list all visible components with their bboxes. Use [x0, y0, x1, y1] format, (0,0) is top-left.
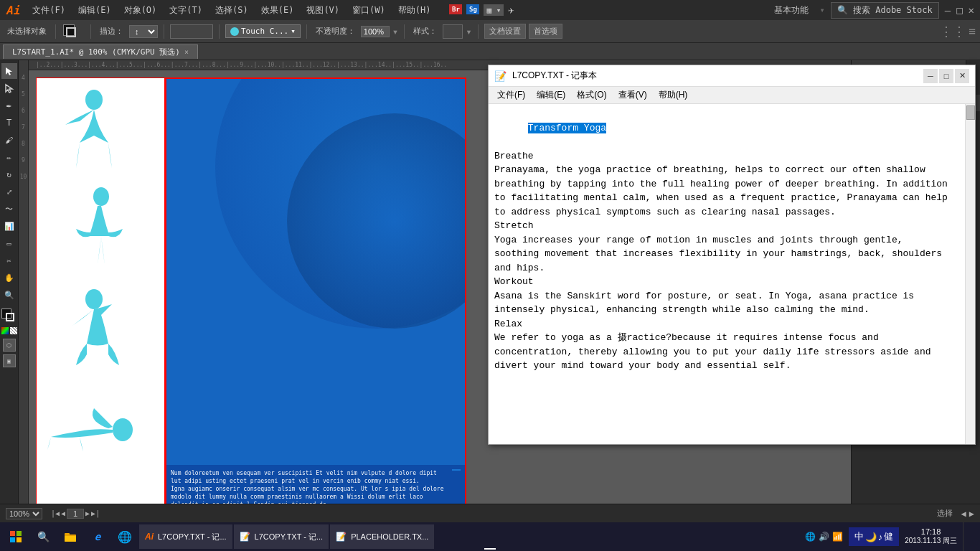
color-boxes[interactable]	[62, 23, 82, 40]
menu-select[interactable]: 选择(S)	[209, 3, 254, 18]
rotate-tool[interactable]: ↻	[1, 166, 17, 182]
svg-rect-9	[65, 536, 76, 542]
slice-tool[interactable]: ✂	[1, 253, 17, 268]
search-button[interactable]: 🔍	[30, 524, 56, 550]
artboard-prev[interactable]: ◀	[961, 509, 966, 519]
notepad-maximize-button[interactable]: □	[939, 69, 953, 83]
warp-tool[interactable]: 〜	[1, 201, 17, 217]
browser-button[interactable]: 🌐	[112, 524, 138, 550]
sound-icon[interactable]: 🔊	[819, 532, 829, 542]
np-menu-format[interactable]: 格式(O)	[571, 88, 612, 103]
select-tool[interactable]	[1, 63, 17, 79]
menu-help[interactable]: 帮助(H)	[392, 3, 437, 18]
svg-point-1	[93, 187, 109, 206]
np-menu-edit[interactable]: 编辑(E)	[531, 88, 571, 103]
stock-search[interactable]: 🔍 搜索 Adobe Stock	[831, 2, 939, 19]
menu-file[interactable]: 文件(F)	[27, 3, 71, 18]
workspace-selector[interactable]: 基本功能	[768, 3, 814, 18]
scale-tool[interactable]: ⤢	[1, 184, 17, 199]
notepad-text-area[interactable]: Transform Yoga Breathe Pranayama, the yo…	[489, 104, 965, 444]
screen-mode-btn[interactable]: ▣	[3, 354, 16, 367]
yoga-figure-1	[51, 85, 137, 179]
draw-mode-btn[interactable]: ⬡	[3, 339, 16, 352]
artboard-next[interactable]: ▶	[969, 509, 974, 519]
placeholder-taskbar-app[interactable]: 📝 PLACEHOLDER.TX...	[330, 524, 434, 549]
network-icon[interactable]: 🌐	[805, 532, 816, 542]
menu-window[interactable]: 窗口(W)	[347, 3, 391, 18]
kuler-icon[interactable]: ✈	[508, 4, 514, 16]
touch-button[interactable]: Touch C... ▾	[225, 24, 301, 38]
ie-button[interactable]: e	[85, 524, 110, 550]
np-menu-file[interactable]: 文件(F)	[491, 88, 531, 103]
menu-effect[interactable]: 效果(E)	[255, 3, 300, 18]
last-page-button[interactable]: ▶|	[91, 509, 100, 517]
document-tab[interactable]: L7START_1.AI* @ 100% (CMYK/GPU 预选) ×	[3, 44, 198, 59]
maximize-btn[interactable]: □	[956, 4, 962, 16]
prev-page-button[interactable]: ◀	[61, 509, 65, 517]
divider-5	[306, 24, 307, 39]
divider-3	[164, 24, 164, 39]
page-input[interactable]	[67, 509, 84, 519]
preferences-button[interactable]: 首选项	[529, 24, 562, 39]
zoom-select[interactable]: 100%	[6, 508, 42, 519]
wifi-icon[interactable]: 📶	[832, 532, 843, 542]
opacity-input[interactable]	[361, 26, 390, 37]
arrange-icon[interactable]: ⋮⋮	[940, 24, 966, 39]
first-page-button[interactable]: |◀	[51, 509, 60, 517]
ime-display[interactable]: 中 🌙 ♪ 健	[849, 527, 900, 546]
fill-stroke-indicator[interactable]	[1, 309, 17, 324]
stroke-box[interactable]	[6, 313, 14, 321]
artboard-tool[interactable]: ▭	[1, 235, 17, 251]
stroke-color[interactable]	[66, 27, 76, 37]
panel-toggle-icon[interactable]: ≡	[969, 24, 976, 38]
notepad-body: Transform Yoga Breathe Pranayama, the yo…	[489, 104, 975, 444]
notepad-minimize-button[interactable]: ─	[923, 69, 938, 83]
divider-1	[55, 24, 56, 39]
menu-object[interactable]: 对象(O)	[118, 3, 163, 18]
hand-tool[interactable]: ✋	[1, 270, 17, 286]
stroke-label: 描边：	[97, 24, 126, 38]
svg-rect-7	[17, 537, 22, 542]
notepad-taskbar-app[interactable]: 📝 L7COPY.TXT - 记...	[234, 524, 329, 549]
show-desktop-button[interactable]	[963, 522, 977, 551]
style-dropdown-icon[interactable]: ▾	[466, 26, 471, 37]
doc-settings-button[interactable]: 文档设置	[484, 24, 526, 39]
file-explorer-button[interactable]	[57, 524, 83, 550]
column-graph-tool[interactable]: 📊	[1, 218, 17, 234]
yoga-figure-3	[47, 286, 133, 380]
zoom-control[interactable]: 100%	[6, 508, 42, 519]
tab-close-button[interactable]: ×	[184, 48, 189, 56]
search-icon: 🔍	[837, 5, 848, 15]
direct-select-tool[interactable]	[1, 80, 17, 96]
opacity-dropdown-icon[interactable]: ▾	[392, 26, 398, 37]
start-button[interactable]	[3, 524, 29, 550]
np-menu-view[interactable]: 查看(V)	[613, 88, 653, 103]
blob-brush-tool[interactable]: ✏	[1, 149, 17, 165]
menu-edit[interactable]: 编辑(E)	[72, 3, 117, 18]
close-btn[interactable]: ✕	[969, 4, 974, 16]
illustrator-taskbar-app[interactable]: Ai L7COPY.TXT - 记...	[139, 524, 232, 549]
gradient-icon[interactable]	[1, 327, 9, 334]
none-icon[interactable]	[10, 327, 17, 334]
np-menu-help[interactable]: 帮助(H)	[653, 88, 694, 103]
notepad-scrollbar[interactable]	[965, 104, 975, 444]
notepad-close-button[interactable]: ✕	[955, 69, 969, 83]
br-icon: Br	[449, 4, 462, 14]
menu-view[interactable]: 视图(V)	[301, 3, 345, 18]
zoom-tool[interactable]: 🔍	[1, 287, 17, 303]
text-handle[interactable]	[452, 469, 461, 471]
scrollbar-thumb[interactable]	[966, 105, 975, 120]
next-page-button[interactable]: ▶	[85, 509, 90, 517]
minimize-btn[interactable]: —	[945, 4, 951, 16]
view-mode[interactable]: ▦ ▾	[484, 4, 504, 16]
stroke-dropdown[interactable]: ↕	[129, 25, 158, 38]
notepad-titlebar: 📝 L7COPY.TXT - 记事本 ─ □ ✕	[489, 65, 975, 87]
notepad-app-icon: 📝	[494, 70, 507, 82]
svg-point-0	[85, 90, 103, 110]
brush-tool[interactable]: 🖌	[1, 132, 17, 148]
text-tool[interactable]: T	[1, 115, 17, 131]
pen-tool[interactable]: ✒	[1, 98, 17, 113]
menu-text[interactable]: 文字(T)	[164, 3, 208, 18]
right-menu: 基本功能 ▾ 🔍 搜索 Adobe Stock — □ ✕	[768, 2, 974, 19]
style-box[interactable]	[443, 24, 463, 39]
